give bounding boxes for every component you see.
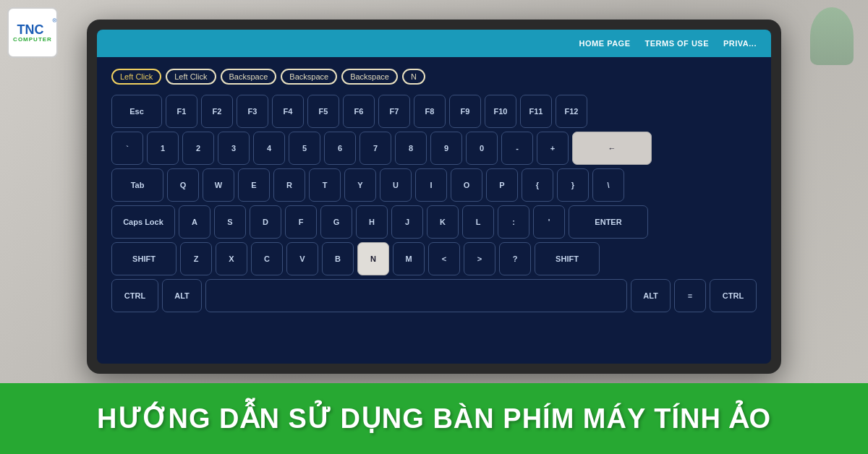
key-f6[interactable]: F6 (343, 95, 375, 128)
tnc-logo: TNC ® COMPUTER (7, 7, 58, 58)
nav-home[interactable]: HOME PAGE (579, 39, 631, 48)
key-c[interactable]: C (251, 242, 283, 275)
key-ctrl-left[interactable]: CTRL (111, 279, 158, 312)
key-space[interactable] (205, 279, 627, 312)
key-comma[interactable]: < (428, 242, 460, 275)
bottom-banner: HƯỚNG DẪN SỬ DỤNG BÀN PHÍM MÁY TÍNH ẢO (0, 383, 868, 454)
plant-decoration (810, 7, 854, 65)
key-8[interactable]: 8 (395, 132, 427, 165)
key-f11[interactable]: F11 (520, 95, 552, 128)
key-esc[interactable]: Esc (111, 95, 162, 128)
key-3[interactable]: 3 (218, 132, 250, 165)
key-g[interactable]: G (320, 205, 352, 239)
key-f5[interactable]: F5 (307, 95, 339, 128)
recent-key-1: Left Click (111, 69, 161, 85)
key-backspace[interactable]: ← (572, 132, 652, 165)
key-z[interactable]: Z (180, 242, 212, 275)
recent-key-3: Backspace (221, 69, 277, 85)
key-period[interactable]: > (464, 242, 495, 275)
key-4[interactable]: 4 (253, 132, 285, 165)
key-shift-right[interactable]: SHIFT (535, 242, 600, 275)
recent-key-6: N (402, 69, 425, 85)
key-lbracket[interactable]: { (522, 168, 553, 202)
key-semicolon[interactable]: : (498, 205, 529, 239)
key-k[interactable]: K (427, 205, 459, 239)
key-tab[interactable]: Tab (111, 168, 163, 202)
key-e[interactable]: E (238, 168, 270, 202)
key-f8[interactable]: F8 (414, 95, 446, 128)
recent-key-5: Backspace (341, 69, 398, 85)
caps-row: Caps Lock A S D F G H J K L : ' ENTER (111, 205, 757, 239)
recent-key-4: Backspace (281, 69, 337, 85)
laptop: HOME PAGE TERMS OF USE PRIVA... Left Cli… (87, 20, 781, 374)
key-f12[interactable]: F12 (556, 95, 587, 128)
recent-key-2: Left Click (166, 69, 216, 85)
key-r[interactable]: R (273, 168, 305, 202)
number-row: ` 1 2 3 4 5 6 7 8 9 0 - + ← (111, 132, 757, 165)
key-d[interactable]: D (250, 205, 281, 239)
key-ctrl-right[interactable]: CTRL (710, 279, 757, 312)
logo-registered: ® (53, 17, 57, 24)
key-rbracket[interactable]: } (557, 168, 589, 202)
key-q[interactable]: Q (167, 168, 199, 202)
ctrl-row: CTRL ALT ALT ≡ CTRL (111, 279, 757, 312)
key-f3[interactable]: F3 (237, 95, 268, 128)
key-9[interactable]: 9 (430, 132, 462, 165)
banner-text: HƯỚNG DẪN SỬ DỤNG BÀN PHÍM MÁY TÍNH ẢO (97, 403, 771, 434)
key-w[interactable]: W (203, 168, 234, 202)
key-1[interactable]: 1 (147, 132, 179, 165)
laptop-wrapper: HOME PAGE TERMS OF USE PRIVA... Left Cli… (65, 11, 803, 382)
shift-row: SHIFT Z X C V B N M < > ? SHIFT (111, 242, 757, 275)
key-f2[interactable]: F2 (201, 95, 233, 128)
key-f1[interactable]: F1 (166, 95, 197, 128)
key-backtick[interactable]: ` (111, 132, 143, 165)
key-h[interactable]: H (356, 205, 388, 239)
logo-text: TNC (17, 23, 44, 36)
key-slash[interactable]: ? (499, 242, 531, 275)
key-l[interactable]: L (462, 205, 494, 239)
key-plus[interactable]: + (537, 132, 569, 165)
keyboard-area: Left Click Left Click Backspace Backspac… (97, 57, 771, 364)
fn-row: Esc F1 F2 F3 F4 F5 F6 F7 F8 F9 F10 F11 F… (111, 95, 757, 128)
key-f7[interactable]: F7 (378, 95, 410, 128)
nav-terms[interactable]: TERMS OF USE (645, 39, 710, 48)
key-alt-right[interactable]: ALT (631, 279, 671, 312)
key-a[interactable]: A (179, 205, 210, 239)
key-i[interactable]: I (415, 168, 447, 202)
key-p[interactable]: P (486, 168, 518, 202)
key-capslock[interactable]: Caps Lock (111, 205, 175, 239)
key-s[interactable]: S (214, 205, 246, 239)
nav-privacy[interactable]: PRIVA... (723, 39, 757, 48)
logo-computer: COMPUTER (13, 36, 52, 43)
key-n[interactable]: N (357, 242, 389, 275)
key-o[interactable]: O (451, 168, 482, 202)
key-6[interactable]: 6 (324, 132, 356, 165)
key-5[interactable]: 5 (289, 132, 320, 165)
key-v[interactable]: V (286, 242, 318, 275)
key-u[interactable]: U (380, 168, 412, 202)
laptop-screen: HOME PAGE TERMS OF USE PRIVA... Left Cli… (97, 30, 771, 364)
key-backslash[interactable]: \ (592, 168, 624, 202)
nav-bar: HOME PAGE TERMS OF USE PRIVA... (97, 30, 771, 57)
key-y[interactable]: Y (344, 168, 376, 202)
key-f[interactable]: F (285, 205, 317, 239)
key-alt-left[interactable]: ALT (162, 279, 202, 312)
key-shift-left[interactable]: SHIFT (111, 242, 176, 275)
key-enter[interactable]: ENTER (569, 205, 648, 239)
key-f9[interactable]: F9 (449, 95, 481, 128)
key-j[interactable]: J (391, 205, 423, 239)
key-x[interactable]: X (216, 242, 247, 275)
key-2[interactable]: 2 (182, 132, 214, 165)
key-7[interactable]: 7 (359, 132, 391, 165)
virtual-keyboard: Esc F1 F2 F3 F4 F5 F6 F7 F8 F9 F10 F11 F… (111, 95, 757, 312)
key-minus[interactable]: - (501, 132, 533, 165)
key-t[interactable]: T (309, 168, 341, 202)
key-f10[interactable]: F10 (485, 95, 516, 128)
key-quote[interactable]: ' (533, 205, 565, 239)
key-f4[interactable]: F4 (272, 95, 304, 128)
recent-keys-bar: Left Click Left Click Backspace Backspac… (111, 69, 757, 85)
key-0[interactable]: 0 (466, 132, 498, 165)
key-m[interactable]: M (393, 242, 425, 275)
key-menu[interactable]: ≡ (674, 279, 706, 312)
key-b[interactable]: B (322, 242, 354, 275)
